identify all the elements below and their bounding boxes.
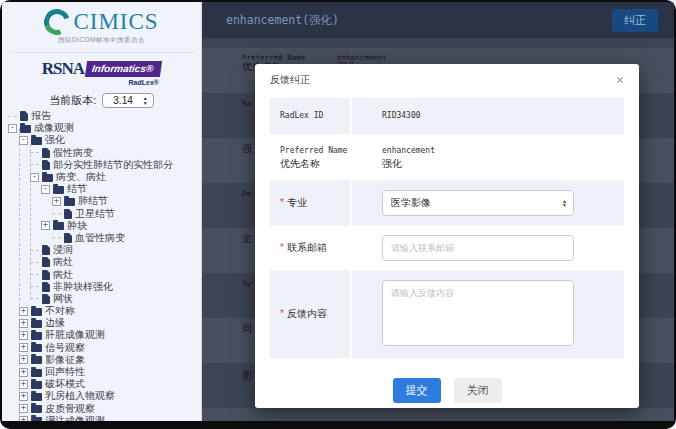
- tree-expander-icon[interactable]: -: [19, 136, 28, 145]
- rsna-logo-text: RSNA: [42, 60, 84, 77]
- clipped-detail-label: De: [242, 189, 255, 198]
- file-icon: [42, 148, 50, 158]
- informatics-logo-badge: Informatics®: [85, 61, 163, 77]
- modal-body: RadLex ID RID34300 Preferred Name 优先名称 e…: [255, 96, 639, 403]
- folder-icon: [31, 356, 42, 364]
- tree-expander-icon[interactable]: +: [19, 331, 28, 340]
- clipped-detail-label: Sy: [242, 279, 255, 288]
- tree-item[interactable]: +肿块: [8, 220, 199, 232]
- specialty-selected-value: 医学影像: [391, 196, 431, 210]
- select-arrows-icon: ▲▼: [562, 199, 567, 208]
- tree-expander-icon[interactable]: +: [19, 416, 28, 421]
- preferred-name-value: enhancement 强化: [352, 134, 624, 180]
- tree-item-label: 病变、病灶: [56, 171, 106, 183]
- tree-item[interactable]: 非肿块样强化: [8, 281, 199, 293]
- modal-row-preferred-name: Preferred Name 优先名称 enhancement 强化: [270, 134, 624, 180]
- tree-item-label: 不对称: [45, 305, 75, 317]
- radlex-id-value: RID34300: [352, 98, 624, 134]
- folder-icon: [31, 417, 42, 421]
- file-icon: [42, 294, 50, 304]
- tree-expander-icon[interactable]: +: [19, 380, 28, 389]
- feedback-textarea[interactable]: [382, 280, 574, 346]
- tree-item[interactable]: -结节: [8, 183, 199, 195]
- tree-item[interactable]: 病灶: [8, 256, 199, 268]
- tree-item[interactable]: 浸润: [8, 244, 199, 256]
- tree-item[interactable]: +边缘: [8, 317, 199, 329]
- folder-icon: [31, 320, 42, 328]
- tree-expander-icon[interactable]: +: [19, 355, 28, 364]
- sidebar: CIMICS 国际DICOM标准中国委员会 RSNA Informatics® …: [2, 2, 202, 421]
- version-select[interactable]: 3.14 ▲▼: [102, 93, 153, 108]
- folder-icon: [53, 186, 64, 194]
- tree-item[interactable]: -病变、病灶: [8, 171, 199, 183]
- folder-icon: [31, 137, 42, 145]
- tree-item-label: 网状: [53, 293, 73, 305]
- folder-icon: [42, 174, 53, 182]
- tree-connector-dash: [52, 213, 61, 214]
- tree-item-label: 结节: [67, 183, 87, 195]
- tree-item[interactable]: +影像征象: [8, 354, 199, 366]
- terminology-tree: 报告-成像观测-强化假性病变部分实性肺结节的实性部分-病变、病灶-结节+肺结节卫…: [8, 110, 199, 421]
- version-row: 当前版本: 3.14 ▲▼: [2, 93, 201, 108]
- tree-item-label: 成像观测: [34, 122, 74, 134]
- file-icon: [42, 160, 50, 170]
- cimics-swirl-icon: [40, 5, 75, 40]
- tree-item[interactable]: +灌注成像观测: [8, 415, 199, 421]
- main-content: enhancement(强化) 纠正 Preferred Name 优先名称 e…: [202, 2, 674, 421]
- tree-item[interactable]: -强化: [8, 134, 199, 146]
- tree-item-label: 肝脏成像观测: [45, 329, 105, 341]
- tree-expander-icon[interactable]: +: [19, 343, 28, 352]
- tree-item[interactable]: +不对称: [8, 305, 199, 317]
- tree-item[interactable]: 报告: [8, 110, 199, 122]
- email-input[interactable]: [382, 235, 574, 261]
- tree-item-label: 卫星结节: [75, 208, 115, 220]
- tree-item[interactable]: +肺结节: [8, 195, 199, 207]
- close-icon[interactable]: ×: [616, 73, 624, 87]
- detail-row-stripe: [202, 408, 674, 421]
- tree-expander-icon[interactable]: -: [30, 173, 39, 182]
- tree-item-label: 非肿块样强化: [53, 281, 113, 293]
- tree-item-label: 血管性病变: [75, 232, 125, 244]
- radlex-id-label: RadLex ID: [270, 98, 350, 134]
- tree-expander-icon[interactable]: +: [19, 307, 28, 316]
- app-window: CIMICS 国际DICOM标准中国委员会 RSNA Informatics® …: [0, 0, 676, 429]
- tree-expander-icon[interactable]: -: [8, 124, 17, 133]
- tree-item[interactable]: +回声特性: [8, 366, 199, 378]
- tree-item[interactable]: 部分实性肺结节的实性部分: [8, 159, 199, 171]
- tree-item[interactable]: -成像观测: [8, 122, 199, 134]
- tree-item[interactable]: 卫星结节: [8, 208, 199, 220]
- folder-icon: [31, 332, 42, 340]
- tree-item[interactable]: +乳房植入物观察: [8, 390, 199, 402]
- tree-expander-icon[interactable]: +: [19, 392, 28, 401]
- submit-button[interactable]: 提交: [393, 378, 441, 403]
- clipped-detail-label: 定: [242, 232, 255, 246]
- tree-item-label: 破坏模式: [45, 378, 85, 390]
- tree-connector-dash: [30, 274, 39, 275]
- tree-item-label: 浸润: [53, 244, 73, 256]
- tree-expander-icon[interactable]: +: [19, 404, 28, 413]
- tree-expander-icon[interactable]: +: [52, 197, 61, 206]
- tree-item[interactable]: 网状: [8, 293, 199, 305]
- tree-expander-icon[interactable]: -: [41, 185, 50, 194]
- cimics-logo: CIMICS 国际DICOM标准中国委员会: [2, 2, 201, 45]
- tree-item[interactable]: +皮质骨观察: [8, 403, 199, 415]
- file-icon: [42, 245, 50, 255]
- tree-connector-dash: [52, 237, 61, 238]
- tree-item[interactable]: +信号观察: [8, 342, 199, 354]
- tree-item[interactable]: 血管性病变: [8, 232, 199, 244]
- tree-item[interactable]: +肝脏成像观测: [8, 329, 199, 341]
- tree-item[interactable]: 病灶: [8, 268, 199, 280]
- tree-item-label: 边缘: [45, 317, 65, 329]
- tree-expander-icon[interactable]: +: [19, 319, 28, 328]
- page-title: enhancement(强化): [226, 2, 339, 38]
- tree-expander-icon[interactable]: +: [41, 221, 50, 230]
- page-header: enhancement(强化) 纠正: [202, 2, 674, 38]
- correct-button[interactable]: 纠正: [612, 9, 658, 32]
- specialty-select[interactable]: 医学影像 ▲▼: [382, 190, 574, 216]
- tree-item[interactable]: +破坏模式: [8, 378, 199, 390]
- tree-expander-icon[interactable]: +: [19, 368, 28, 377]
- close-button[interactable]: 关闭: [454, 378, 502, 403]
- tree-item[interactable]: 假性病变: [8, 147, 199, 159]
- folder-icon: [31, 393, 42, 401]
- folder-icon: [31, 369, 42, 377]
